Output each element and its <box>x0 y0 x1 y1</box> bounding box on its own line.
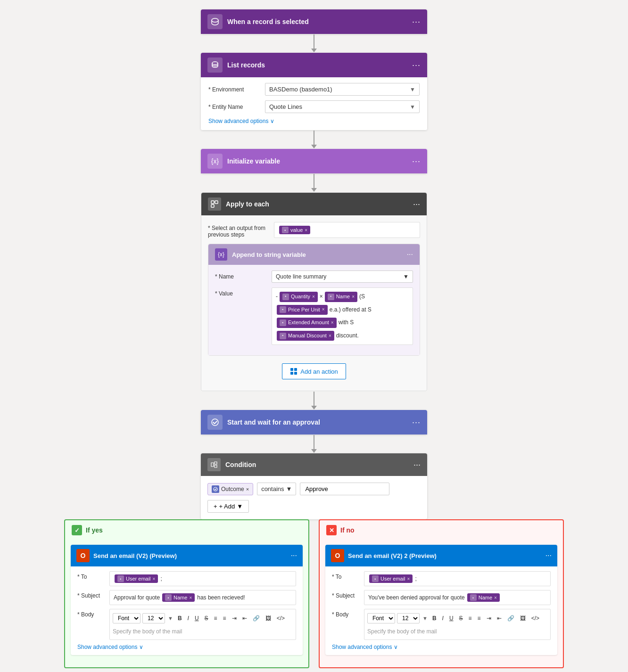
quantity-token: ▪ Quantity × <box>280 292 318 302</box>
ul-no-btn[interactable]: ≡ <box>467 614 474 623</box>
name-yes-icon: ▪ <box>165 594 172 601</box>
bold-yes-btn[interactable]: B <box>176 614 184 623</box>
condition-operator[interactable]: contains ▼ <box>257 483 296 495</box>
email-no-title: Send an email (V2) 2 (Preview) <box>348 552 437 559</box>
yes-advanced-link[interactable]: Specify the body of the mail Show advanc… <box>77 644 296 650</box>
step2-menu[interactable]: ··· <box>412 60 421 70</box>
outdent-no-btn[interactable]: ⇤ <box>495 614 504 623</box>
extended-amount-token: ▪ Extended Amount × <box>277 318 337 328</box>
condition-value-input[interactable] <box>300 483 389 495</box>
name-yes-token: ▪ Name × <box>162 593 195 602</box>
md-remove[interactable]: × <box>329 332 331 340</box>
divider-yes-1: ▼ <box>168 615 173 621</box>
svg-rect-7 <box>290 372 293 375</box>
size-yes-select[interactable]: 12 <box>142 613 165 623</box>
font-yes-select[interactable]: Font <box>113 613 140 623</box>
divider-no-1: ▼ <box>422 615 428 621</box>
inner-icon: {x} <box>215 248 227 261</box>
token-remove[interactable]: × <box>305 228 307 233</box>
indent-yes-btn[interactable]: ⇥ <box>230 614 239 623</box>
link-no-btn[interactable]: 🔗 <box>505 614 516 623</box>
step5-menu[interactable]: ··· <box>412 418 421 427</box>
entity-label: * Entity Name <box>208 104 260 110</box>
subject-no-field[interactable]: You've been denied approval for quote ▪ … <box>364 590 551 605</box>
no-advanced-link[interactable]: Show advanced options ∨ <box>332 644 551 650</box>
step4-icon <box>208 197 221 211</box>
select-output-area[interactable]: ▪ value × <box>274 222 420 238</box>
to-no-field[interactable]: ▪ User email × ; <box>364 571 551 586</box>
condition-add-button[interactable]: + + Add ▼ <box>207 500 249 513</box>
body-no-placeholder[interactable]: Specify the body of the mail <box>367 625 547 638</box>
step2-advanced-link[interactable]: Show advanced options ∨ <box>208 118 420 124</box>
step1-card: When a record is selected ··· <box>201 9 427 34</box>
name-token: ▪ Name × <box>325 292 357 302</box>
branch-yes-label: If yes <box>86 526 103 534</box>
name-dropdown[interactable]: Quote line summary ▼ <box>272 270 413 283</box>
step1-menu[interactable]: ··· <box>412 17 421 27</box>
entity-arrow: ▼ <box>410 104 415 110</box>
step3-menu[interactable]: ··· <box>412 156 421 166</box>
indent-no-btn[interactable]: ⇥ <box>485 614 493 623</box>
outcome-remove[interactable]: × <box>246 486 249 492</box>
env-dropdown[interactable]: BASDemo (basdemo1) ▼ <box>265 83 420 96</box>
add-action-button[interactable]: Add an action <box>282 363 346 379</box>
body-yes-placeholder[interactable]: Specify the body of the mail <box>113 625 293 638</box>
strikethrough-yes-btn[interactable]: S <box>203 614 210 623</box>
step1-title: When a record is selected <box>227 18 309 25</box>
value-label: * Value <box>215 287 267 297</box>
subject-yes-field[interactable]: Approval for quote ▪ Name × has been rec… <box>109 590 296 605</box>
ea-remove[interactable]: × <box>331 319 334 327</box>
quantity-icon: ▪ <box>282 294 289 300</box>
step4-menu[interactable]: ··· <box>413 199 420 209</box>
quantity-remove[interactable]: × <box>312 293 315 301</box>
user-email-no-token: ▪ User email × <box>369 574 413 583</box>
ea-icon: ▪ <box>280 320 286 326</box>
email-yes-menu[interactable]: ··· <box>291 551 297 560</box>
manual-discount-token: ▪ Manual Discount × <box>277 331 334 341</box>
italic-no-btn[interactable]: I <box>440 614 446 623</box>
code-no-btn[interactable]: </> <box>529 614 541 623</box>
to-yes-field[interactable]: ▪ User email × ; <box>109 571 296 586</box>
entity-dropdown[interactable]: Quote Lines ▼ <box>265 100 420 113</box>
ue-yes-remove[interactable]: × <box>153 576 156 582</box>
inner-append-card: {x} Append to string variable ··· * Name… <box>208 244 420 356</box>
email-no-menu[interactable]: ··· <box>545 551 552 560</box>
ul-yes-btn[interactable]: ≡ <box>212 614 219 623</box>
link-yes-btn[interactable]: 🔗 <box>251 614 262 623</box>
branch-no-label: If no <box>340 526 355 534</box>
name-token-remove[interactable]: × <box>352 293 355 301</box>
to-yes-label: * To <box>77 571 106 580</box>
step1-icon <box>207 14 223 29</box>
ppu-remove[interactable]: × <box>322 306 325 313</box>
step2-icon <box>207 57 223 73</box>
ue-no-remove[interactable]: × <box>407 576 410 582</box>
underline-yes-btn[interactable]: U <box>193 614 201 623</box>
step6-menu[interactable]: ··· <box>413 460 421 470</box>
name-yes-remove[interactable]: × <box>189 595 192 600</box>
ol-no-btn[interactable]: ≡ <box>476 614 483 623</box>
user-email-yes-token: ▪ User email × <box>115 574 158 583</box>
step3-card: {x} Initialize variable ··· <box>201 149 427 173</box>
outdent-yes-btn[interactable]: ⇤ <box>240 614 249 623</box>
ol-yes-btn[interactable]: ≡ <box>221 614 228 623</box>
step2-title: List records <box>227 61 265 69</box>
svg-point-0 <box>212 18 218 22</box>
code-yes-btn[interactable]: </> <box>275 614 287 623</box>
name-dropdown-arrow: ▼ <box>403 273 409 280</box>
strikethrough-no-btn[interactable]: S <box>457 614 465 623</box>
connector-4 <box>311 391 317 410</box>
image-no-btn[interactable]: 🖼 <box>518 614 528 623</box>
bold-no-btn[interactable]: B <box>430 614 438 623</box>
step3-title: Initialize variable <box>227 157 280 165</box>
name-no-token: ▪ Name × <box>467 593 500 602</box>
italic-yes-btn[interactable]: I <box>186 614 191 623</box>
value-inline-area[interactable]: - ▪ Quantity × × ▪ Name × <box>272 287 413 345</box>
underline-no-btn[interactable]: U <box>447 614 455 623</box>
size-no-select[interactable]: 12 <box>397 613 420 623</box>
image-yes-btn[interactable]: 🖼 <box>264 614 273 623</box>
inner-menu[interactable]: ··· <box>407 250 413 259</box>
select-output-label: * Select an output from previous steps <box>208 222 269 238</box>
add-action-icon <box>290 368 297 375</box>
font-no-select[interactable]: Font <box>367 613 395 623</box>
name-no-remove[interactable]: × <box>494 595 497 600</box>
